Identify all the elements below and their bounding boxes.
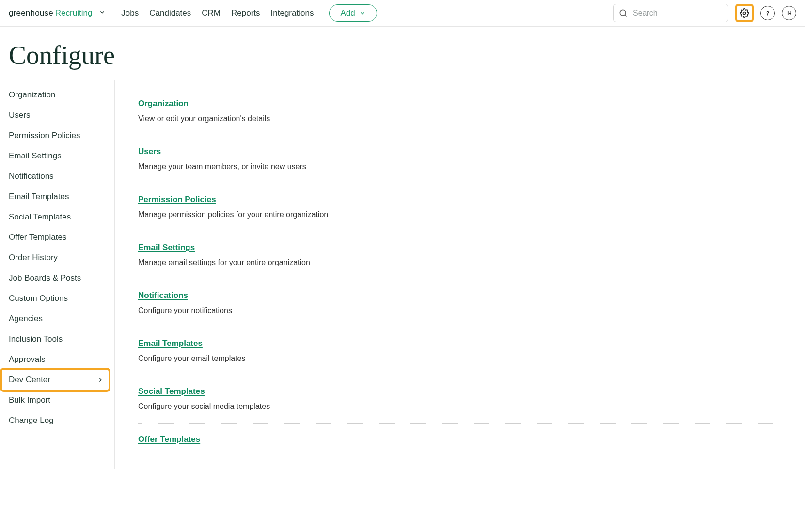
search-input-wrap[interactable]	[613, 4, 728, 22]
section-notifications: NotificationsConfigure your notification…	[138, 280, 773, 328]
sidebar-item-job-boards-posts[interactable]: Job Boards & Posts	[9, 268, 106, 288]
chevron-down-icon	[359, 10, 366, 16]
sidebar-item-social-templates[interactable]: Social Templates	[9, 207, 106, 227]
sidebar-item-offer-templates[interactable]: Offer Templates	[9, 227, 106, 248]
section-offer-templates: Offer Templates	[138, 424, 773, 450]
nav-reports[interactable]: Reports	[231, 8, 260, 18]
section-link[interactable]: Organization	[138, 99, 189, 109]
page-title: Configure	[0, 27, 805, 80]
section-organization: OrganizationView or edit your organizati…	[138, 99, 773, 136]
nav-candidates[interactable]: Candidates	[149, 8, 191, 18]
sidebar-item-notifications[interactable]: Notifications	[9, 166, 106, 187]
gear-icon[interactable]	[738, 7, 751, 19]
main-nav: Jobs Candidates CRM Reports Integrations	[121, 8, 314, 18]
section-users: UsersManage your team members, or invite…	[138, 136, 773, 184]
section-description: Configure your notifications	[138, 306, 773, 315]
section-link[interactable]: Users	[138, 147, 161, 156]
sidebar-item-label: Notifications	[9, 172, 54, 181]
sidebar-item-label: Change Log	[9, 416, 54, 425]
nav-crm[interactable]: CRM	[202, 8, 221, 18]
brand-switcher[interactable]: greenhouse Recruiting	[9, 8, 106, 18]
section-link[interactable]: Email Settings	[138, 243, 195, 252]
svg-line-1	[625, 15, 627, 17]
section-social-templates: Social TemplatesConfigure your social me…	[138, 376, 773, 424]
section-description: Manage email settings for your entire or…	[138, 258, 773, 267]
topbar: greenhouse Recruiting Jobs Candidates CR…	[0, 0, 805, 27]
section-email-templates: Email TemplatesConfigure your email temp…	[138, 328, 773, 376]
nav-jobs[interactable]: Jobs	[121, 8, 139, 18]
layout: OrganizationUsersPermission PoliciesEmai…	[0, 80, 805, 488]
sidebar-item-email-templates[interactable]: Email Templates	[9, 187, 106, 207]
sidebar-item-inclusion-tools[interactable]: Inclusion Tools	[9, 329, 106, 349]
sidebar-item-label: Offer Templates	[9, 233, 66, 242]
add-button-label: Add	[340, 8, 355, 18]
sidebar-item-label: Email Templates	[9, 192, 69, 202]
brand-part1: greenhouse	[9, 8, 53, 18]
sidebar: OrganizationUsersPermission PoliciesEmai…	[9, 80, 106, 469]
section-description: Manage your team members, or invite new …	[138, 162, 773, 171]
svg-point-3	[768, 15, 768, 15]
help-icon[interactable]	[760, 6, 775, 20]
sidebar-item-approvals[interactable]: Approvals	[9, 349, 106, 370]
sidebar-item-label: Social Templates	[9, 212, 71, 222]
svg-point-0	[620, 10, 626, 16]
section-link[interactable]: Permission Policies	[138, 195, 216, 204]
sidebar-item-label: Job Boards & Posts	[9, 273, 81, 283]
sidebar-item-permission-policies[interactable]: Permission Policies	[9, 125, 106, 146]
sidebar-item-label: Approvals	[9, 355, 46, 364]
search-input[interactable]	[633, 9, 723, 17]
settings-highlight	[735, 4, 754, 22]
sidebar-item-agencies[interactable]: Agencies	[9, 309, 106, 329]
nav-integrations[interactable]: Integrations	[271, 8, 314, 18]
section-link[interactable]: Social Templates	[138, 387, 205, 396]
sidebar-item-label: Order History	[9, 253, 58, 263]
sidebar-item-change-log[interactable]: Change Log	[9, 410, 106, 431]
sidebar-item-bulk-import[interactable]: Bulk Import	[9, 390, 106, 410]
search-icon	[618, 8, 628, 18]
section-description: Configure your social media templates	[138, 402, 773, 411]
section-description: View or edit your organization's details	[138, 114, 773, 123]
sidebar-item-dev-center[interactable]: Dev Center	[2, 370, 109, 390]
sidebar-item-label: Dev Center	[9, 375, 50, 385]
avatar-initials: IH	[786, 10, 792, 16]
sidebar-item-label: Users	[9, 110, 30, 120]
sidebar-item-label: Bulk Import	[9, 395, 50, 405]
brand-part2: Recruiting	[55, 8, 93, 18]
add-button[interactable]: Add	[329, 4, 377, 22]
sidebar-item-email-settings[interactable]: Email Settings	[9, 146, 106, 166]
section-link[interactable]: Notifications	[138, 291, 188, 300]
chevron-down-icon	[99, 9, 106, 16]
section-description: Configure your email templates	[138, 354, 773, 363]
section-link[interactable]: Email Templates	[138, 339, 203, 348]
content: OrganizationView or edit your organizati…	[114, 80, 796, 469]
sidebar-item-organization[interactable]: Organization	[9, 85, 106, 105]
sidebar-item-label: Organization	[9, 90, 55, 100]
sidebar-item-label: Inclusion Tools	[9, 334, 63, 344]
sidebar-item-label: Permission Policies	[9, 131, 80, 141]
avatar[interactable]: IH	[782, 6, 796, 20]
sidebar-item-custom-options[interactable]: Custom Options	[9, 288, 106, 309]
section-link[interactable]: Offer Templates	[138, 435, 200, 444]
chevron-right-icon	[97, 376, 104, 383]
section-description: Manage permission policies for your enti…	[138, 210, 773, 219]
section-permission-policies: Permission PoliciesManage permission pol…	[138, 184, 773, 232]
svg-point-2	[743, 12, 746, 15]
sidebar-item-label: Agencies	[9, 314, 43, 324]
sidebar-item-label: Custom Options	[9, 294, 68, 303]
sidebar-item-order-history[interactable]: Order History	[9, 248, 106, 268]
sidebar-item-users[interactable]: Users	[9, 105, 106, 125]
section-email-settings: Email SettingsManage email settings for …	[138, 232, 773, 280]
sidebar-item-label: Email Settings	[9, 151, 62, 161]
